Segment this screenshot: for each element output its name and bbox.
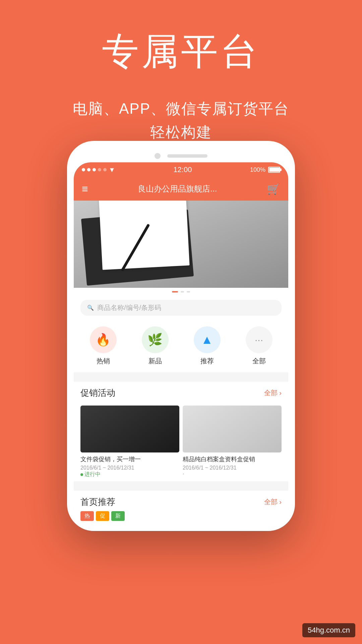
- product-card-2[interactable]: 精品纯白档案盒资料盒促销 2016/6/1 ~ 2016/12/31 ·: [183, 406, 282, 478]
- hero-title: 专属平台: [0, 27, 362, 77]
- product-date-1: 2016/6/1 ~ 2016/12/31: [80, 465, 179, 471]
- wifi-icon: ▼: [109, 166, 115, 174]
- all-circle: ···: [246, 326, 273, 353]
- category-section: 🔥 热销 🌿 新品 ▲ 推荐: [74, 320, 288, 372]
- product-status-2: ·: [183, 471, 184, 477]
- badge-promo: 促: [96, 511, 109, 521]
- banner-dots: [74, 288, 288, 296]
- divider-2: [74, 481, 288, 486]
- new-label: 新品: [148, 357, 162, 366]
- status-bar: ▼ 12:00 100%: [74, 162, 288, 177]
- menu-icon[interactable]: ≡: [82, 183, 88, 195]
- product-visual: [74, 201, 288, 288]
- status-right: 100%: [250, 166, 280, 173]
- battery-pct-label: 100%: [250, 166, 265, 173]
- category-rec[interactable]: ▲ 推荐: [194, 326, 221, 366]
- battery-icon: [268, 167, 280, 173]
- recommend-header: 首页推荐 全部 ›: [74, 491, 288, 511]
- promo-title: 促销活动: [80, 387, 115, 399]
- category-all[interactable]: ··· 全部: [246, 326, 273, 366]
- promo-more[interactable]: 全部 ›: [264, 388, 282, 397]
- search-box[interactable]: 🔍 商品名称/编号/条形码: [80, 300, 282, 316]
- signal-dot-1: [82, 168, 85, 171]
- badge-hot: 热: [80, 511, 94, 521]
- watermark: 54hg.com.cn: [302, 623, 355, 637]
- phone-outer: ▼ 12:00 100% ≡ 良山办公用品旗舰店... 🛒: [67, 141, 295, 531]
- phone-screen: ▼ 12:00 100% ≡ 良山办公用品旗舰店... 🛒: [74, 162, 288, 524]
- rec-icon: ▲: [201, 333, 213, 347]
- signal-dot-3: [93, 168, 96, 171]
- search-icon: 🔍: [87, 305, 94, 311]
- phone-camera: [155, 153, 161, 159]
- status-label-2: ·: [183, 471, 184, 477]
- recommend-section: 首页推荐 全部 › 热 促 新: [74, 491, 288, 524]
- badge-new: 新: [111, 511, 125, 521]
- badge-row: 热 促 新: [74, 511, 288, 524]
- new-icon: 🌿: [147, 333, 163, 347]
- store-name: 良山办公用品旗舰店...: [138, 183, 217, 194]
- product-name-1: 文件袋促销，买一增一: [80, 455, 179, 464]
- product-img-2: [183, 406, 282, 452]
- rec-label: 推荐: [200, 357, 214, 366]
- app-header: ≡ 良山办公用品旗舰店... 🛒: [74, 177, 288, 201]
- status-left: ▼: [82, 166, 115, 174]
- banner-dot-2: [181, 291, 184, 292]
- signal-dot-5: [103, 168, 107, 171]
- promo-header: 促销活动 全部 ›: [74, 382, 288, 402]
- product-card-1[interactable]: 文件袋促销，买一增一 2016/6/1 ~ 2016/12/31 进行中: [80, 406, 179, 478]
- notebook-paper: [99, 201, 189, 270]
- recommend-more[interactable]: 全部 ›: [264, 497, 282, 506]
- phone-mockup: ▼ 12:00 100% ≡ 良山办公用品旗舰店... 🛒: [67, 141, 295, 531]
- category-new[interactable]: 🌿 新品: [142, 326, 169, 366]
- hot-circle: 🔥: [90, 326, 117, 353]
- banner-dot-3: [187, 291, 190, 292]
- status-dot-green-1: [80, 473, 83, 476]
- search-area: 🔍 商品名称/编号/条形码: [74, 296, 288, 320]
- hero-subtitle: 电脑、APP、微信专属订货平台 轻松构建: [0, 97, 362, 144]
- hot-icon: 🔥: [96, 333, 111, 347]
- status-label-1: 进行中: [84, 471, 101, 478]
- phone-top-bar: [74, 148, 288, 162]
- banner-dot-1: [172, 291, 178, 292]
- divider-1: [74, 372, 288, 377]
- product-img-dark: [80, 406, 179, 452]
- product-name-2: 精品纯白档案盒资料盒促销: [183, 455, 282, 464]
- search-placeholder: 商品名称/编号/条形码: [97, 303, 161, 312]
- category-hot[interactable]: 🔥 热销: [90, 326, 117, 366]
- recommend-title: 首页推荐: [80, 496, 115, 508]
- status-time: 12:00: [173, 165, 192, 174]
- product-img-1: [80, 406, 179, 452]
- product-grid: 文件袋促销，买一增一 2016/6/1 ~ 2016/12/31 进行中 精品纯…: [74, 402, 288, 481]
- new-circle: 🌿: [142, 326, 169, 353]
- signal-dot-4: [98, 168, 101, 171]
- all-label: 全部: [252, 357, 266, 366]
- rec-circle: ▲: [194, 326, 221, 353]
- hot-label: 热销: [97, 357, 110, 366]
- product-date-2: 2016/6/1 ~ 2016/12/31: [183, 465, 282, 471]
- hero-section: 专属平台 电脑、APP、微信专属订货平台 轻松构建: [0, 0, 362, 158]
- product-img-light: [183, 406, 282, 452]
- cart-icon[interactable]: 🛒: [267, 182, 280, 195]
- phone-speaker: [167, 154, 207, 158]
- all-icon: ···: [255, 334, 263, 345]
- hero-subtitle-line1: 电脑、APP、微信专属订货平台: [0, 97, 362, 120]
- signal-dot-2: [87, 168, 90, 171]
- banner-area[interactable]: [74, 201, 288, 288]
- battery-fill: [269, 168, 280, 172]
- product-status-1: 进行中: [80, 471, 101, 478]
